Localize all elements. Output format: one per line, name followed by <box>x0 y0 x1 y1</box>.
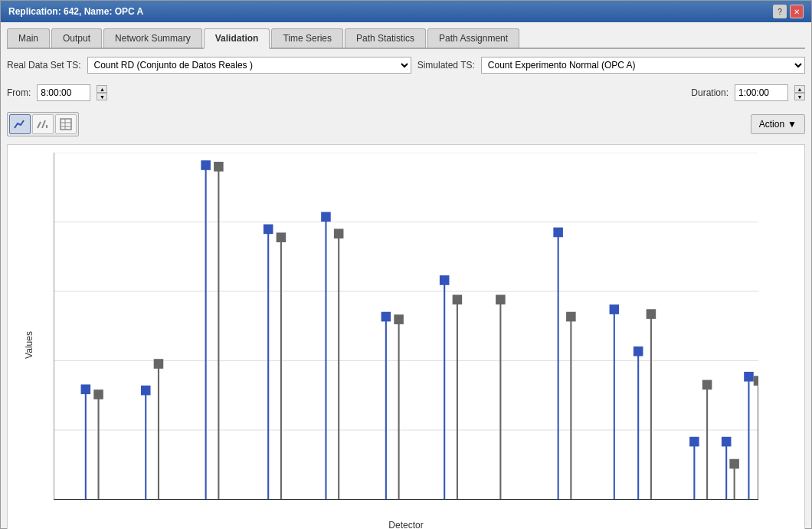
action-label: Action <box>759 119 784 130</box>
duration-up[interactable]: ▲ <box>794 85 805 93</box>
window-title: Replication: 642, Name: OPC A <box>8 6 143 17</box>
line-chart-button[interactable] <box>9 114 31 134</box>
from-input[interactable] <box>37 84 90 101</box>
tab-validation[interactable]: Validation <box>204 28 270 49</box>
duration-down[interactable]: ▼ <box>794 93 805 100</box>
simulated-ts-select[interactable]: Count Experimento Normal (OPC A) <box>481 57 805 74</box>
svg-rect-46 <box>453 295 463 305</box>
svg-rect-26 <box>154 359 164 369</box>
simulated-ts-label: Simulated TS: <box>417 60 475 71</box>
tab-bar: Main Output Network Summary Validation T… <box>7 28 805 49</box>
x-axis-label: Detector <box>388 520 423 529</box>
real-data-set-label: Real Data Set TS: <box>7 60 81 71</box>
svg-line-0 <box>38 122 41 128</box>
svg-rect-30 <box>214 162 224 172</box>
svg-rect-58 <box>647 309 656 319</box>
help-button[interactable]: ? <box>773 5 787 18</box>
svg-rect-60 <box>689 437 699 447</box>
duration-label: Duration: <box>691 87 729 98</box>
main-window: Replication: 642, Name: OPC A ? ✕ Main O… <box>0 0 812 529</box>
duration-spinner[interactable]: ▲ ▼ <box>794 85 805 100</box>
svg-rect-38 <box>334 228 344 238</box>
svg-rect-52 <box>566 312 576 322</box>
from-label: From: <box>7 87 31 98</box>
tab-time-series[interactable]: Time Series <box>271 28 343 48</box>
chart-area: Values 2.500 2.000 1.500 1.000 500 0 <box>7 144 805 529</box>
table-button[interactable] <box>55 114 77 134</box>
svg-rect-66 <box>729 459 739 469</box>
tab-main[interactable]: Main <box>7 28 50 48</box>
title-bar-controls: ? ✕ <box>773 5 804 18</box>
form-row-2: From: ▲ ▼ Duration: ▲ ▼ <box>7 81 805 104</box>
chart-toolbar: Action ▼ <box>7 109 805 140</box>
duration-input[interactable] <box>735 84 788 101</box>
dialog-content: Main Output Network Summary Validation T… <box>1 22 811 529</box>
svg-rect-64 <box>722 437 732 447</box>
svg-rect-56 <box>634 347 643 356</box>
svg-rect-24 <box>141 386 151 396</box>
from-spinner[interactable]: ▲ ▼ <box>97 85 107 100</box>
tab-output[interactable]: Output <box>51 28 102 48</box>
form-row-1: Real Data Set TS: Count RD (Conjunto de … <box>7 54 805 77</box>
from-up[interactable]: ▲ <box>97 85 107 93</box>
tab-path-statistics[interactable]: Path Statistics <box>345 28 426 48</box>
real-data-set-select[interactable]: Count RD (Conjunto de Datos Reales ) <box>87 57 411 74</box>
svg-rect-34 <box>277 232 286 242</box>
svg-rect-70 <box>754 376 758 386</box>
y-axis-label: Values <box>24 331 34 359</box>
close-button[interactable]: ✕ <box>790 5 804 18</box>
svg-rect-42 <box>394 314 404 324</box>
svg-line-1 <box>42 120 45 128</box>
title-bar: Replication: 642, Name: OPC A ? ✕ <box>1 1 811 22</box>
svg-rect-3 <box>61 119 71 130</box>
svg-rect-32 <box>264 225 273 235</box>
svg-rect-44 <box>440 275 450 285</box>
svg-rect-20 <box>81 384 91 394</box>
svg-rect-68 <box>744 372 754 382</box>
bar-chart-button[interactable] <box>32 114 54 134</box>
tab-path-assignment[interactable]: Path Assignment <box>427 28 519 48</box>
dropdown-arrow-icon: ▼ <box>787 119 797 130</box>
svg-rect-22 <box>93 389 103 399</box>
svg-rect-62 <box>702 380 712 390</box>
svg-rect-28 <box>201 160 211 170</box>
svg-rect-48 <box>496 295 506 305</box>
svg-rect-50 <box>553 228 563 238</box>
tab-network-summary[interactable]: Network Summary <box>103 28 202 48</box>
chart-inner: Values 2.500 2.000 1.500 1.000 500 0 <box>8 145 804 529</box>
from-down[interactable]: ▼ <box>97 93 107 100</box>
svg-rect-40 <box>381 312 391 322</box>
chart-svg: 2.500 2.000 1.500 1.000 500 0 <box>54 153 758 500</box>
svg-rect-36 <box>321 212 331 222</box>
action-button[interactable]: Action ▼ <box>751 114 805 134</box>
svg-rect-54 <box>610 304 620 314</box>
view-mode-buttons <box>7 112 79 136</box>
